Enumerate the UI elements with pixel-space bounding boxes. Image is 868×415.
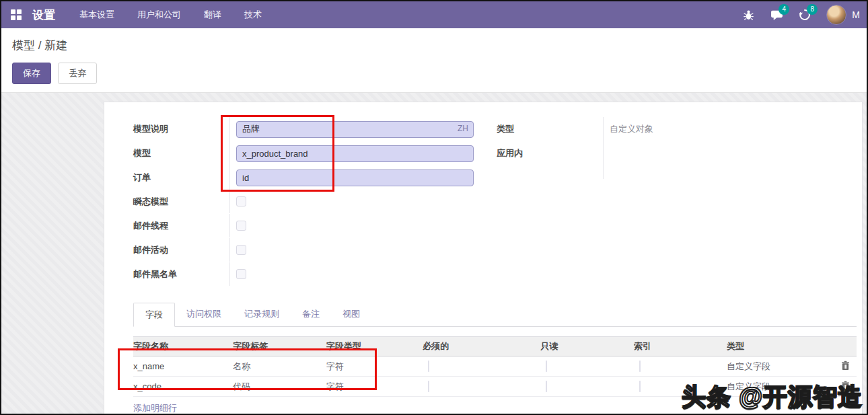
header-required: 必须的 bbox=[423, 340, 540, 352]
mail-blacklist-checkbox[interactable] bbox=[236, 269, 246, 279]
trash-icon[interactable] bbox=[841, 361, 850, 373]
row-category: 自定义字段 bbox=[727, 361, 826, 373]
type-label: 类型 bbox=[497, 117, 603, 141]
row-field-type: 字符 bbox=[326, 381, 423, 393]
header-readonly: 只读 bbox=[540, 340, 633, 352]
content-area: 模型说明 ZH 模型 订单 bbox=[1, 93, 867, 415]
navbar-right: 4 8 M bbox=[742, 5, 860, 25]
row-field-name: x_code bbox=[133, 381, 233, 391]
menu-item-translations[interactable]: 翻译 bbox=[204, 9, 221, 21]
app-title-settings[interactable]: 设置 bbox=[32, 7, 55, 23]
readonly-checkbox[interactable] bbox=[546, 381, 547, 392]
add-line-link[interactable]: 添加明细行 bbox=[133, 397, 177, 415]
breadcrumb-current: 新建 bbox=[44, 39, 67, 52]
tab-views[interactable]: 视图 bbox=[331, 303, 371, 326]
mail-activity-checkbox[interactable] bbox=[236, 245, 246, 255]
readonly-checkbox[interactable] bbox=[546, 361, 547, 372]
top-navbar: 设置 基本设置 用户和公司 翻译 技术 bbox=[1, 1, 867, 28]
table-header-row: 字段名称 字段标签 字段类型 必须的 只读 索引 类型 bbox=[133, 336, 857, 356]
form-sheet: 模型说明 ZH 模型 订单 bbox=[104, 102, 863, 415]
header-field-label: 字段标签 bbox=[233, 340, 326, 352]
form-top-groups: 模型说明 ZH 模型 订单 bbox=[133, 117, 857, 287]
header-field-name: 字段名称 bbox=[133, 340, 233, 352]
control-panel: 模型 / 新建 保存 丢弃 bbox=[1, 28, 867, 93]
activity-clock-icon[interactable]: 8 bbox=[798, 8, 811, 22]
save-button[interactable]: 保存 bbox=[12, 63, 51, 84]
chat-bubble-icon[interactable]: 4 bbox=[770, 8, 783, 22]
discard-button[interactable]: 丢弃 bbox=[58, 63, 97, 84]
model-name-label: 模型 bbox=[133, 141, 229, 165]
row-field-type: 字符 bbox=[326, 361, 423, 373]
row-field-label: 名称 bbox=[233, 361, 326, 373]
navbar-menu: 基本设置 用户和公司 翻译 技术 bbox=[79, 9, 262, 21]
in-apps-label: 应用内 bbox=[497, 141, 603, 165]
row-field-name: x_name bbox=[133, 361, 233, 371]
transient-model-label: 瞬态模型 bbox=[133, 190, 229, 214]
user-avatar[interactable] bbox=[826, 5, 846, 25]
mail-thread-checkbox[interactable] bbox=[236, 221, 246, 231]
order-input[interactable] bbox=[236, 169, 474, 186]
tab-record-rules[interactable]: 记录规则 bbox=[233, 303, 291, 326]
breadcrumb: 模型 / 新建 bbox=[12, 38, 856, 53]
indexed-checkbox[interactable] bbox=[639, 381, 641, 392]
table-row[interactable]: x_name 名称 字符 自定义字段 bbox=[133, 356, 857, 377]
type-value: 自定义对象 bbox=[610, 123, 653, 135]
user-name[interactable]: M bbox=[852, 9, 860, 20]
header-field-type: 字段类型 bbox=[326, 340, 423, 352]
translation-lang-tag[interactable]: ZH bbox=[458, 124, 468, 133]
model-description-label: 模型说明 bbox=[133, 117, 229, 141]
breadcrumb-separator: / bbox=[35, 39, 44, 52]
row-field-label: 代码 bbox=[233, 381, 326, 393]
menu-item-general-settings[interactable]: 基本设置 bbox=[79, 9, 114, 21]
header-category: 类型 bbox=[727, 340, 826, 352]
transient-model-checkbox[interactable] bbox=[236, 196, 246, 206]
required-checkbox[interactable] bbox=[428, 381, 429, 392]
model-description-input[interactable] bbox=[236, 121, 474, 138]
notebook-tabs: 字段 访问权限 记录规则 备注 视图 bbox=[133, 303, 857, 327]
mail-activity-label: 邮件活动 bbox=[133, 238, 229, 262]
mail-thread-label: 邮件线程 bbox=[133, 214, 229, 238]
indexed-checkbox[interactable] bbox=[639, 361, 641, 372]
apps-grid-icon[interactable] bbox=[11, 9, 22, 20]
order-label: 订单 bbox=[133, 165, 229, 190]
form-group-right: 类型 自定义对象 应用内 bbox=[497, 117, 857, 287]
watermark-text: 头条 @开源智造 bbox=[682, 381, 863, 414]
tab-fields[interactable]: 字段 bbox=[133, 303, 175, 327]
chat-count-badge: 4 bbox=[779, 4, 789, 15]
form-group-left: 模型说明 ZH 模型 订单 bbox=[133, 117, 473, 287]
tab-access-rights[interactable]: 访问权限 bbox=[175, 303, 233, 326]
menu-item-technical[interactable]: 技术 bbox=[244, 9, 262, 21]
activity-count-badge: 8 bbox=[807, 4, 818, 15]
model-technical-name-input[interactable] bbox=[236, 145, 474, 162]
tab-notes[interactable]: 备注 bbox=[291, 303, 331, 326]
bug-icon[interactable] bbox=[742, 8, 755, 22]
required-checkbox[interactable] bbox=[428, 361, 429, 372]
menu-item-users-companies[interactable]: 用户和公司 bbox=[137, 9, 181, 21]
header-indexed: 索引 bbox=[634, 340, 727, 352]
mail-blacklist-label: 邮件黑名单 bbox=[133, 262, 229, 287]
odoo-settings-window: 设置 基本设置 用户和公司 翻译 技术 bbox=[0, 0, 868, 415]
breadcrumb-models-link[interactable]: 模型 bbox=[12, 39, 35, 52]
